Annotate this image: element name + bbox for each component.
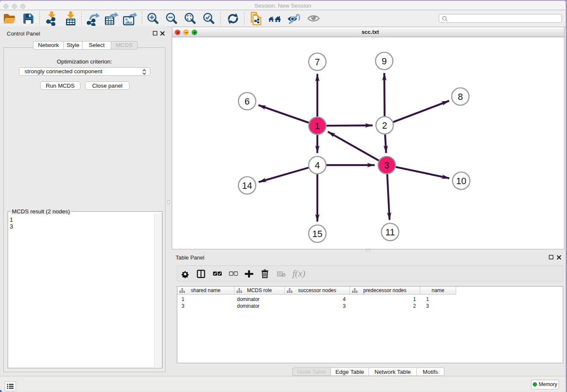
svg-text:2: 2	[382, 121, 387, 131]
svg-text:8: 8	[458, 92, 463, 102]
svg-text:3: 3	[384, 160, 389, 171]
svg-text:6: 6	[245, 97, 250, 107]
svg-text:10: 10	[456, 176, 466, 186]
svg-text:11: 11	[385, 227, 395, 237]
svg-text:4: 4	[315, 160, 320, 171]
svg-text:7: 7	[315, 57, 320, 67]
svg-text:1: 1	[315, 121, 320, 131]
svg-text:15: 15	[312, 229, 322, 239]
svg-text:14: 14	[242, 181, 252, 191]
svg-text:9: 9	[382, 56, 387, 66]
